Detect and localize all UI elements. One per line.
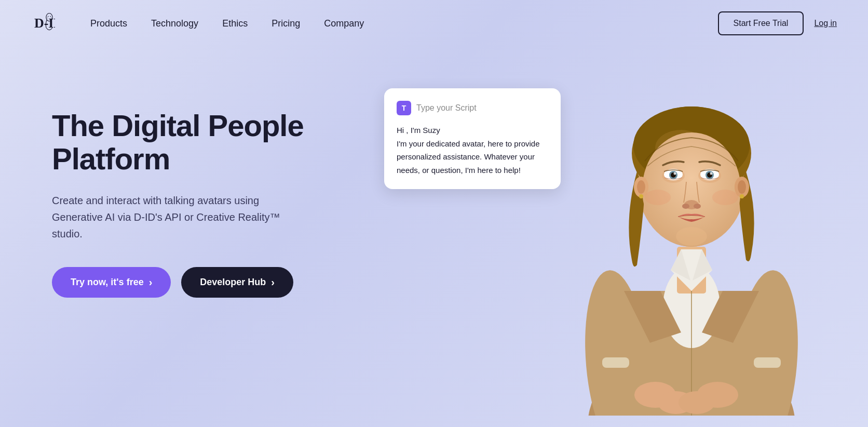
script-card: T Type your Script Hi , I'm Suzy I'm you… <box>384 88 561 189</box>
hero-description: Create and interact with talking avatars… <box>52 192 301 242</box>
nav-products[interactable]: Products <box>81 14 137 33</box>
logo[interactable]: D-ID <box>31 12 50 34</box>
nav-pricing[interactable]: Pricing <box>262 14 309 33</box>
svg-rect-47 <box>602 357 629 368</box>
svg-point-4 <box>47 18 47 18</box>
script-card-header: T Type your Script <box>397 101 548 115</box>
svg-point-43 <box>694 204 701 209</box>
try-free-button[interactable]: Try now, it's free › <box>52 267 171 298</box>
avatar-image <box>557 73 826 416</box>
nav-links: Products Technology Ethics Pricing Compa… <box>81 14 718 33</box>
svg-point-40 <box>710 172 713 175</box>
svg-point-39 <box>674 172 676 175</box>
svg-point-3 <box>50 16 51 17</box>
svg-point-29 <box>639 194 643 198</box>
nav-company[interactable]: Company <box>315 14 373 33</box>
svg-point-27 <box>637 180 645 194</box>
svg-point-44 <box>645 190 671 205</box>
nav-technology[interactable]: Technology <box>142 14 208 33</box>
svg-point-5 <box>51 18 51 18</box>
hero-buttons: Try now, it's free › Developer Hub › <box>52 267 353 298</box>
script-card-title: Type your Script <box>416 103 477 113</box>
hero-title: The Digital People Platform <box>52 109 353 176</box>
svg-point-30 <box>740 194 744 198</box>
hero-section: The Digital People Platform Create and i… <box>0 47 868 426</box>
hero-right: T Type your Script Hi , I'm Suzy I'm you… <box>353 78 826 416</box>
svg-point-45 <box>712 190 738 205</box>
navbar: D-ID Products Technology Ethics Pricing … <box>0 0 868 47</box>
developer-hub-arrow: › <box>271 276 275 288</box>
start-trial-button[interactable]: Start Free Trial <box>718 11 804 35</box>
script-card-body[interactable]: Hi , I'm Suzy I'm your dedicated avatar,… <box>397 124 548 177</box>
try-free-arrow: › <box>149 276 153 288</box>
svg-point-19 <box>697 382 738 408</box>
svg-point-2 <box>48 16 49 17</box>
svg-point-46 <box>676 227 707 246</box>
nav-ethics[interactable]: Ethics <box>213 14 257 33</box>
try-free-label: Try now, it's free <box>71 277 144 288</box>
developer-hub-button[interactable]: Developer Hub › <box>181 267 293 298</box>
script-icon: T <box>397 101 411 115</box>
nav-actions: Start Free Trial Log in <box>718 11 837 35</box>
developer-hub-label: Developer Hub <box>200 277 266 288</box>
svg-point-7 <box>50 20 51 21</box>
login-button[interactable]: Log in <box>814 19 837 28</box>
svg-point-28 <box>738 180 746 194</box>
hero-left: The Digital People Platform Create and i… <box>52 78 353 298</box>
svg-rect-48 <box>754 357 781 368</box>
svg-point-6 <box>47 20 48 21</box>
svg-point-42 <box>682 204 689 209</box>
